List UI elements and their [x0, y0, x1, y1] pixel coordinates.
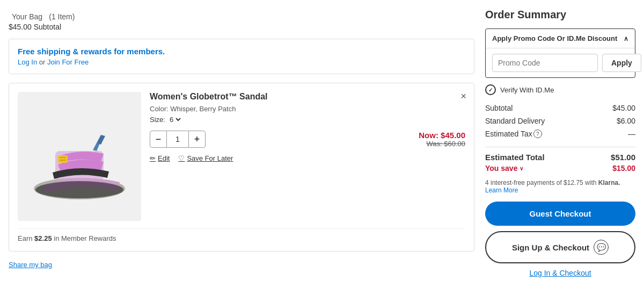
tax-help-icon[interactable]: ? — [533, 130, 542, 138]
product-image — [18, 92, 141, 221]
product-size: Size: 6 7 8 — [150, 115, 465, 124]
klarna-learn-more-link[interactable]: Learn More — [485, 186, 518, 194]
signup-checkout-button[interactable]: Sign Up & Checkout 💬 — [485, 231, 635, 263]
close-button[interactable]: × — [460, 91, 466, 102]
signup-checkout-label: Sign Up & Checkout — [512, 243, 589, 252]
earn-text: Earn — [18, 234, 34, 242]
product-name: Women's Globetrot™ Sandal — [150, 92, 465, 102]
tax-value: — — [628, 130, 635, 138]
estimated-total-label: Estimated Total — [485, 153, 545, 162]
subtotal-value: $45.00 — [612, 104, 635, 112]
or-text: or — [37, 58, 47, 66]
delivery-label: Standard Delivery — [485, 117, 545, 125]
pencil-icon: ✏ — [150, 154, 156, 162]
member-banner: Free shipping & rewards for members. Log… — [9, 39, 474, 74]
decrement-button[interactable]: − — [150, 131, 167, 148]
tax-label-group: Estimated Tax ? — [485, 130, 542, 138]
earn-rewards: Earn $2.25 in Member Rewards — [18, 228, 465, 242]
delivery-row: Standard Delivery $6.00 — [485, 117, 635, 125]
order-lines: Subtotal $45.00 Standard Delivery $6.00 … — [485, 104, 635, 138]
idme-verify: ✓ Verify With ID.Me — [485, 84, 635, 95]
svg-point-5 — [35, 181, 123, 198]
promo-accordion-label: Apply Promo Code Or ID.Me Discount — [492, 34, 617, 42]
member-links: Log In or Join For Free — [18, 58, 465, 66]
heart-icon: ♡ — [178, 154, 185, 162]
idme-label: Verify With ID.Me — [500, 86, 554, 94]
delivery-value: $6.00 — [617, 117, 635, 125]
log-in-link[interactable]: Log In — [18, 58, 37, 66]
svg-rect-2 — [58, 155, 68, 163]
promo-accordion-header[interactable]: Apply Promo Code Or ID.Me Discount ∧ — [486, 29, 635, 48]
save-later-button[interactable]: ♡ Save For Later — [178, 154, 233, 162]
promo-accordion-body: Apply — [486, 48, 635, 77]
product-actions: ✏ Edit ♡ Save For Later — [150, 154, 233, 162]
subtotal-label: Subtotal — [485, 104, 513, 112]
quantity-value: 1 — [167, 131, 188, 148]
tax-row: Estimated Tax ? — — [485, 130, 635, 138]
price-section: Now: $45.00 Was: $60.00 — [419, 131, 465, 148]
klarna-info: 4 interest-free payments of $12.75 with … — [485, 179, 635, 194]
size-select[interactable]: 6 7 8 — [167, 115, 182, 124]
klarna-text: 4 interest-free payments of $12.75 with — [485, 179, 598, 186]
join-for-free-link[interactable]: Join For Free — [47, 58, 89, 66]
subtotal-row: Subtotal $45.00 — [485, 104, 635, 112]
login-checkout-link[interactable]: Log In & Checkout — [485, 269, 635, 277]
idme-shield-icon: ✓ — [485, 84, 496, 95]
size-label: Size: — [150, 116, 165, 124]
order-summary-title: Order Summary — [485, 9, 635, 21]
guest-checkout-button[interactable]: Guest Checkout — [485, 202, 635, 226]
main-content: Your Bag (1 Item) $45.00 Subtotal Free s… — [9, 9, 474, 277]
chevron-down-icon: ∨ — [519, 166, 523, 171]
bag-title: Your Bag (1 Item) — [9, 9, 474, 23]
price-was: Was: $60.00 — [419, 140, 465, 148]
promo-apply-button[interactable]: Apply — [602, 54, 641, 72]
order-summary: Order Summary Apply Promo Code Or ID.Me … — [485, 9, 635, 277]
earn-amount: $2.25 — [34, 234, 52, 242]
product-card-inner: Women's Globetrot™ Sandal Color: Whisper… — [18, 92, 465, 221]
share-bag-link[interactable]: Share my bag — [9, 261, 52, 269]
you-save-text: You save — [485, 164, 517, 173]
product-color: Color: Whisper, Berry Patch — [150, 105, 465, 113]
share-bag: Share my bag — [9, 260, 474, 269]
price-was-value: Was: $60.00 — [426, 140, 465, 148]
earn-suffix: in Member Rewards — [52, 234, 116, 242]
price-now: Now: $45.00 — [419, 131, 465, 140]
product-card: × — [9, 83, 474, 252]
save-later-label: Save For Later — [187, 154, 233, 162]
order-summary-sidebar: Order Summary Apply Promo Code Or ID.Me … — [485, 9, 635, 277]
product-details: Women's Globetrot™ Sandal Color: Whisper… — [150, 92, 465, 221]
bag-header: Your Bag (1 Item) $45.00 Subtotal — [9, 9, 474, 31]
svg-rect-3 — [60, 157, 66, 158]
estimated-total-row: Estimated Total $51.00 — [485, 153, 635, 162]
order-divider — [485, 147, 635, 147]
klarna-brand: Klarna. — [598, 179, 620, 186]
you-save-value: $15.00 — [612, 164, 635, 173]
edit-label: Edit — [158, 154, 170, 162]
you-save-row: You save ∨ $15.00 — [485, 164, 635, 173]
you-save-label: You save ∨ — [485, 164, 523, 173]
chevron-up-icon: ∧ — [624, 35, 628, 42]
tax-label: Estimated Tax — [485, 130, 532, 138]
edit-button[interactable]: ✏ Edit — [150, 154, 170, 162]
bag-title-text: Your Bag — [12, 12, 42, 21]
estimated-total-value: $51.00 — [611, 153, 635, 162]
svg-rect-4 — [60, 160, 66, 161]
item-count: (1 Item) — [49, 12, 75, 21]
increment-button[interactable]: + — [188, 131, 206, 148]
promo-accordion: Apply Promo Code Or ID.Me Discount ∧ App… — [485, 28, 635, 78]
promo-code-input[interactable] — [492, 54, 598, 72]
subtotal-line: $45.00 Subtotal — [9, 23, 474, 31]
member-banner-text: Free shipping & rewards for members. — [18, 47, 465, 56]
quantity-controls: − 1 + — [150, 131, 233, 148]
chat-icon: 💬 — [594, 240, 609, 255]
